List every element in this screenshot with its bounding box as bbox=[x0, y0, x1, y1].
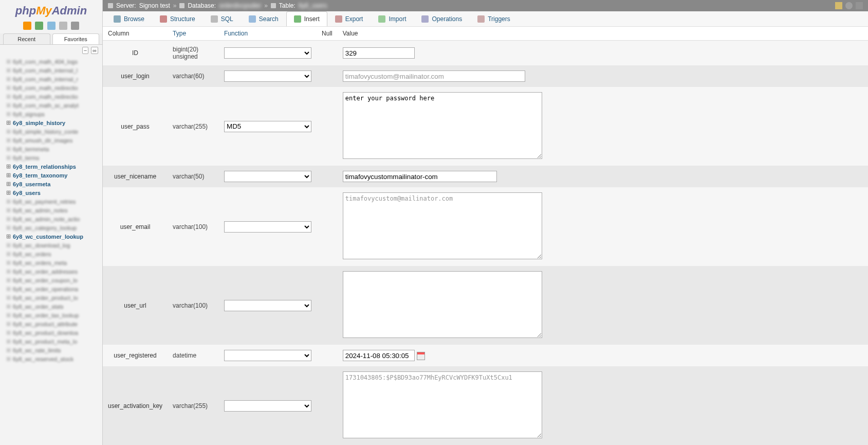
function-select[interactable] bbox=[224, 171, 311, 182]
tree-item[interactable]: 6y8_wc_order_product_lo bbox=[2, 293, 100, 302]
value-input[interactable]: timafovycustom@mailinator.com bbox=[343, 192, 542, 259]
tree-item[interactable]: 6y8_wc_order_operationa bbox=[2, 284, 100, 293]
tree-item[interactable]: 6y8_wc_orders bbox=[2, 250, 100, 258]
tab-import[interactable]: Import bbox=[371, 11, 414, 26]
col-header-type[interactable]: Type bbox=[168, 27, 219, 41]
function-select[interactable] bbox=[224, 70, 311, 82]
function-select[interactable] bbox=[224, 300, 311, 311]
tree-item[interactable]: 6y8_com_math_internal_l bbox=[2, 66, 100, 75]
function-cell bbox=[219, 366, 317, 445]
tab-search[interactable]: Search bbox=[241, 11, 286, 26]
link-icon[interactable]: ∞ bbox=[91, 47, 98, 54]
function-select[interactable] bbox=[224, 350, 311, 361]
value-input[interactable] bbox=[343, 47, 415, 59]
tree-item[interactable]: 6y8_simple_history_conte bbox=[2, 127, 100, 136]
value-input[interactable] bbox=[343, 171, 497, 182]
tree-item[interactable]: 6y8_wc_admin_note_actio bbox=[2, 215, 100, 223]
tab-triggers[interactable]: Triggers bbox=[470, 11, 518, 26]
tab-browse[interactable]: Browse bbox=[106, 11, 152, 26]
tree-item[interactable]: 6y8_wc_order_addresses bbox=[2, 267, 100, 276]
tree-item[interactable]: 6y8_wc_admin_notes bbox=[2, 206, 100, 215]
browse-icon bbox=[114, 15, 121, 23]
tree-item[interactable]: 6y8_wc_product_downloa bbox=[2, 328, 100, 337]
value-input[interactable] bbox=[343, 271, 542, 338]
table-icon bbox=[271, 3, 276, 8]
function-cell: MD5 bbox=[219, 87, 317, 166]
tree-item[interactable]: 6y8_signups bbox=[2, 110, 100, 118]
tree-item[interactable]: 6y8_com_math_redirectio bbox=[2, 83, 100, 92]
tab-sql[interactable]: SQL bbox=[203, 11, 241, 26]
null-cell bbox=[317, 166, 338, 187]
tab-structure[interactable]: Structure bbox=[152, 11, 203, 26]
breadcrumb-server[interactable]: Signon test bbox=[139, 2, 170, 9]
home-icon[interactable] bbox=[23, 22, 31, 30]
logo[interactable]: phpMyAdmin bbox=[0, 0, 102, 20]
column-type: bigint(20) unsigned bbox=[168, 41, 219, 66]
breadcrumb-db[interactable]: orderdivcpsdier bbox=[219, 2, 261, 9]
calendar-icon[interactable] bbox=[417, 352, 425, 360]
tree-item[interactable]: 6y8_usermeta bbox=[2, 180, 100, 188]
form-row: user_registereddatetime bbox=[103, 345, 868, 366]
tab-recent[interactable]: Recent bbox=[3, 33, 50, 44]
tree-item[interactable]: 6y8_wc_order_tax_lookup bbox=[2, 311, 100, 319]
column-name: user_email bbox=[103, 187, 168, 266]
tree-item[interactable]: 6y8_term_taxonomy bbox=[2, 171, 100, 180]
function-select[interactable] bbox=[224, 400, 311, 412]
tree-item[interactable]: 6y8_wc_product_attribute bbox=[2, 319, 100, 328]
tree-item[interactable]: 6y8_com_math_redirectio bbox=[2, 92, 100, 101]
tree-item[interactable]: 6y8_wc_download_log bbox=[2, 241, 100, 250]
value-input[interactable] bbox=[343, 70, 525, 82]
tree-item[interactable]: 6y8_simple_history bbox=[2, 118, 100, 127]
tree-item[interactable]: 6y8_wc_payment_retries bbox=[2, 197, 100, 206]
tree-item[interactable]: 6y8_smush_dir_images bbox=[2, 136, 100, 145]
docs-icon[interactable] bbox=[47, 22, 56, 30]
breadcrumb-db-label: Database: bbox=[188, 2, 216, 9]
tab-insert[interactable]: Insert bbox=[286, 11, 327, 26]
db-tree[interactable]: 6y8_com_math_404_logs6y8_com_math_intern… bbox=[0, 56, 102, 445]
tree-item[interactable]: 6y8_com_math_internal_r bbox=[2, 75, 100, 83]
value-cell: timafovycustom@mailinator.com bbox=[338, 187, 868, 266]
col-header-value: Value bbox=[338, 27, 868, 41]
null-cell bbox=[317, 41, 338, 66]
col-header-function[interactable]: Function bbox=[219, 27, 317, 41]
tree-item[interactable]: 6y8_termmeta bbox=[2, 145, 100, 153]
page-settings-icon[interactable] bbox=[835, 2, 842, 9]
tree-item[interactable]: 6y8_terms bbox=[2, 153, 100, 162]
tree-item[interactable]: 6y8_wc_rate_limits bbox=[2, 346, 100, 354]
tree-item[interactable]: 6y8_wc_order_coupon_lo bbox=[2, 276, 100, 284]
collapse-all-icon[interactable]: − bbox=[82, 47, 88, 54]
tab-operations[interactable]: Operations bbox=[414, 11, 470, 26]
value-input[interactable]: 1731043805:$P$BD93ao77MhEyRCVcWYDFK9TuXt… bbox=[343, 371, 542, 438]
breadcrumb-actions bbox=[835, 2, 863, 9]
null-cell bbox=[317, 345, 338, 366]
tree-item[interactable]: 6y8_wc_reserved_stock bbox=[2, 354, 100, 363]
function-select[interactable] bbox=[224, 221, 311, 233]
gear-icon[interactable] bbox=[845, 2, 853, 9]
tree-item[interactable]: 6y8_wc_order_stats bbox=[2, 302, 100, 311]
function-select[interactable]: MD5 bbox=[224, 121, 311, 132]
tab-favorites[interactable]: Favorites bbox=[52, 33, 100, 44]
breadcrumb-table[interactable]: 6y8_users bbox=[299, 2, 327, 9]
value-input[interactable]: enter your password here bbox=[343, 92, 542, 159]
tree-item[interactable]: 6y8_wc_category_lookup bbox=[2, 223, 100, 232]
logout-icon[interactable] bbox=[35, 22, 43, 30]
tree-item[interactable]: 6y8_users bbox=[2, 188, 100, 197]
column-name: user_nicename bbox=[103, 166, 168, 187]
tree-item[interactable]: 6y8_wc_customer_lookup bbox=[2, 232, 100, 241]
function-cell bbox=[219, 266, 317, 345]
tree-item[interactable]: 6y8_com_math_404_logs bbox=[2, 57, 100, 66]
exit-icon[interactable] bbox=[856, 2, 863, 9]
settings-icon[interactable] bbox=[71, 22, 79, 30]
tree-item[interactable]: 6y8_com_math_sc_analyt bbox=[2, 101, 100, 110]
tree-item[interactable]: 6y8_wc_product_meta_lo bbox=[2, 337, 100, 346]
tree-item[interactable]: 6y8_wc_orders_meta bbox=[2, 258, 100, 267]
tree-item[interactable]: 6y8_term_relationships bbox=[2, 162, 100, 171]
null-cell bbox=[317, 65, 338, 87]
function-select[interactable] bbox=[224, 47, 311, 59]
reload-icon[interactable] bbox=[59, 22, 67, 30]
value-cell bbox=[338, 166, 868, 187]
tab-export[interactable]: Export bbox=[327, 11, 371, 26]
value-input[interactable] bbox=[343, 350, 415, 361]
form-row: user_loginvarchar(60) bbox=[103, 65, 868, 87]
function-cell bbox=[219, 187, 317, 266]
